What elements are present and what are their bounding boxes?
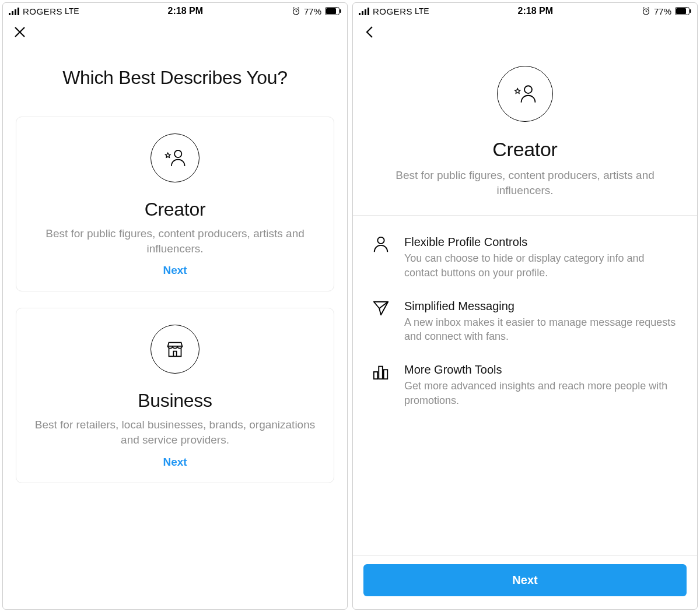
feature-simplified-messaging: Simplified Messaging A new inbox makes i… bbox=[367, 300, 683, 344]
phone-screen-creator-details: ROGERS LTE 2:18 PM 77% bbox=[352, 2, 698, 610]
svg-rect-32 bbox=[384, 370, 388, 379]
svg-line-23 bbox=[648, 7, 649, 8]
svg-rect-25 bbox=[676, 8, 686, 14]
carrier-label: ROGERS bbox=[23, 6, 62, 16]
bottom-bar: Next bbox=[353, 555, 697, 609]
clock-label: 2:18 PM bbox=[518, 6, 553, 16]
creator-icon bbox=[150, 133, 200, 182]
card-title: Creator bbox=[30, 199, 320, 220]
battery-icon bbox=[325, 7, 341, 15]
storefront-icon bbox=[150, 325, 200, 374]
svg-point-27 bbox=[524, 86, 532, 93]
card-description: Best for retailers, local businesses, br… bbox=[30, 417, 320, 447]
svg-rect-17 bbox=[365, 9, 366, 15]
svg-rect-2 bbox=[15, 9, 16, 15]
feature-body: More Growth Tools Get more advanced insi… bbox=[404, 363, 680, 407]
status-right: 77% bbox=[292, 6, 341, 16]
svg-line-7 bbox=[293, 7, 294, 8]
nav-bar bbox=[353, 19, 697, 47]
svg-rect-0 bbox=[9, 13, 10, 15]
hero-description: Best for public figures, content produce… bbox=[373, 168, 677, 198]
screen1-content: Which Best Describes You? Creator Best f… bbox=[3, 47, 347, 609]
clock-label: 2:18 PM bbox=[168, 6, 203, 16]
account-type-card-creator[interactable]: Creator Best for public figures, content… bbox=[16, 117, 334, 291]
alarm-icon bbox=[292, 7, 300, 16]
feature-flexible-profile: Flexible Profile Controls You can choose… bbox=[367, 235, 683, 280]
network-type-label: LTE bbox=[65, 6, 79, 16]
svg-point-28 bbox=[377, 237, 384, 244]
person-icon bbox=[370, 235, 391, 280]
svg-rect-10 bbox=[326, 8, 336, 14]
svg-rect-18 bbox=[368, 8, 369, 15]
signal-icon bbox=[359, 7, 370, 15]
account-type-card-business[interactable]: Business Best for retailers, local busin… bbox=[16, 308, 334, 483]
card-description: Best for public figures, content produce… bbox=[30, 226, 320, 256]
battery-percent-label: 77% bbox=[654, 6, 671, 16]
signal-icon bbox=[9, 7, 20, 15]
feature-body: Simplified Messaging A new inbox makes i… bbox=[404, 300, 680, 344]
svg-rect-31 bbox=[379, 367, 383, 379]
next-button[interactable]: Next bbox=[363, 564, 687, 596]
svg-rect-3 bbox=[18, 8, 19, 15]
card-title: Business bbox=[30, 390, 320, 411]
battery-icon bbox=[675, 7, 691, 15]
feature-description: Get more advanced insights and reach mor… bbox=[404, 379, 680, 407]
status-left: ROGERS LTE bbox=[359, 6, 429, 16]
svg-point-14 bbox=[174, 150, 181, 157]
send-icon bbox=[370, 300, 391, 344]
feature-title: Flexible Profile Controls bbox=[404, 235, 680, 249]
status-bar: ROGERS LTE 2:18 PM 77% bbox=[3, 3, 347, 19]
alarm-icon bbox=[642, 7, 650, 16]
feature-description: You can choose to hide or display catego… bbox=[404, 251, 680, 280]
feature-description: A new inbox makes it easier to manage me… bbox=[404, 315, 680, 344]
feature-body: Flexible Profile Controls You can choose… bbox=[404, 235, 680, 280]
feature-title: Simplified Messaging bbox=[404, 300, 680, 313]
status-left: ROGERS LTE bbox=[9, 6, 79, 16]
svg-line-8 bbox=[298, 7, 299, 8]
page-title: Which Best Describes You? bbox=[16, 67, 334, 89]
svg-rect-1 bbox=[12, 11, 13, 15]
divider bbox=[353, 215, 697, 216]
back-button[interactable] bbox=[361, 24, 379, 42]
hero-title: Creator bbox=[367, 138, 683, 161]
status-right: 77% bbox=[642, 6, 691, 16]
card-next-link[interactable]: Next bbox=[163, 456, 187, 469]
carrier-label: ROGERS bbox=[373, 6, 412, 16]
card-next-link[interactable]: Next bbox=[163, 264, 187, 277]
close-button[interactable] bbox=[11, 24, 29, 42]
screen2-content: Creator Best for public figures, content… bbox=[353, 47, 697, 609]
feature-growth-tools: More Growth Tools Get more advanced insi… bbox=[367, 363, 683, 407]
svg-rect-15 bbox=[359, 13, 360, 15]
svg-line-22 bbox=[643, 7, 644, 8]
chevron-left-icon bbox=[364, 25, 376, 41]
nav-bar bbox=[3, 19, 347, 47]
status-bar: ROGERS LTE 2:18 PM 77% bbox=[353, 3, 697, 19]
svg-rect-16 bbox=[362, 11, 363, 15]
svg-rect-26 bbox=[690, 9, 691, 13]
bar-chart-icon bbox=[370, 363, 391, 407]
creator-icon bbox=[497, 66, 553, 122]
phone-screen-account-type: ROGERS LTE 2:18 PM 77% Which Best Descri… bbox=[2, 2, 348, 610]
close-icon bbox=[13, 25, 27, 41]
battery-percent-label: 77% bbox=[304, 6, 321, 16]
network-type-label: LTE bbox=[415, 6, 429, 16]
feature-title: More Growth Tools bbox=[404, 363, 680, 377]
svg-rect-11 bbox=[340, 9, 341, 13]
svg-rect-30 bbox=[374, 372, 378, 379]
